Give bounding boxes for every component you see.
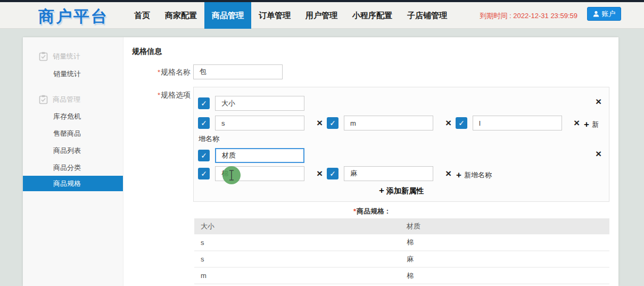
attr1-value2-input[interactable]	[344, 116, 433, 130]
nav-miniprogram-config[interactable]: 小程序配置	[345, 2, 400, 29]
attr1-name-input[interactable]	[215, 96, 304, 111]
spec-table-label: *商品规格 :	[123, 207, 618, 216]
spec-name-input[interactable]	[193, 64, 283, 79]
attr2-value2-input[interactable]	[344, 166, 433, 181]
attr1-value3-remove-icon[interactable]: ×	[574, 119, 580, 127]
account-button[interactable]: 账户	[587, 7, 621, 21]
attr2-value2-remove-icon[interactable]: ×	[445, 169, 451, 178]
attr1-add-value-button[interactable]: + 新	[584, 119, 599, 130]
table-row[interactable]: s 棉	[194, 234, 609, 251]
attr2-value1-checkbox[interactable]: ✓	[198, 168, 210, 179]
required-asterisk: *	[158, 68, 160, 76]
attr2-add-value-button[interactable]: + 新增名称	[456, 170, 492, 181]
attr1-value2-remove-icon[interactable]: ×	[445, 119, 451, 127]
account-button-label: 账户	[602, 9, 616, 19]
main-nav: 首页 商家配置 商品管理 订单管理 用户管理 小程序配置 子店铺管理	[127, 2, 455, 29]
check-icon: ✓	[329, 119, 336, 127]
attr2-name-checkbox[interactable]: ✓	[198, 150, 210, 161]
table-row[interactable]: m 棉	[194, 267, 609, 284]
attr1-remove-icon[interactable]: ×	[596, 97, 601, 106]
nav-home[interactable]: 首页	[127, 2, 158, 29]
required-asterisk: *	[158, 91, 160, 99]
spec-options-label-text: 规格选项	[161, 91, 191, 99]
main-content: 规格信息 *规格名称 *规格选项 ✓ × ✓ × ✓ × ✓ × + 新	[123, 37, 618, 286]
user-icon	[593, 11, 599, 17]
check-icon: ✓	[329, 169, 336, 178]
add-attribute-label: 添加新属性	[386, 186, 424, 195]
table-header-size: 大小	[194, 218, 402, 234]
attr2-name-input[interactable]	[215, 148, 304, 163]
sidebar-group-label: 销量统计	[53, 52, 80, 61]
expiry-time: 到期时间 : 2022-12-31 23:59:59	[480, 11, 577, 21]
attr1-add-value-label-part1: 新	[592, 120, 599, 129]
spec-options-label: *规格选项	[95, 91, 191, 100]
app-header: 商户平台 首页 商家配置 商品管理 订单管理 用户管理 小程序配置 子店铺管理 …	[0, 2, 644, 29]
check-icon: ✓	[201, 99, 207, 108]
clipboard-check-icon	[39, 95, 48, 104]
plus-icon: +	[456, 170, 461, 181]
plus-icon: +	[379, 185, 384, 195]
sidebar-item-product-list[interactable]: 商品列表	[23, 145, 123, 157]
attr1-value3-checkbox[interactable]: ✓	[456, 117, 467, 129]
nav-user-management[interactable]: 用户管理	[298, 2, 345, 29]
content-card: 销量统计 销量统计 商品管理 库存危机 售罄商品 商品列表 商品分类 商品规格 …	[23, 37, 618, 286]
table-cell-material: 棉	[402, 234, 609, 251]
table-header-row: 大小 材质	[194, 218, 609, 234]
sidebar-item-product-spec[interactable]: 商品规格	[23, 176, 123, 191]
sidebar-item-stock-crisis[interactable]: 库存危机	[23, 111, 123, 122]
table-cell-material: 棉	[402, 267, 609, 284]
sidebar-group-sales-stats: 销量统计	[23, 51, 123, 62]
nav-product-management[interactable]: 商品管理	[204, 2, 251, 29]
attr1-name-checkbox[interactable]: ✓	[198, 97, 210, 109]
plus-icon: +	[584, 119, 589, 130]
required-asterisk: *	[353, 207, 356, 215]
sidebar-group-label: 商品管理	[53, 95, 80, 104]
attr2-value2-checkbox[interactable]: ✓	[327, 168, 338, 179]
attr1-value1-checkbox[interactable]: ✓	[198, 117, 210, 129]
attr1-value1-remove-icon[interactable]: ×	[317, 119, 323, 127]
check-icon: ✓	[201, 119, 207, 127]
table-cell-size: s	[194, 234, 402, 251]
table-cell-material: 麻	[402, 251, 609, 267]
check-icon: ✓	[458, 119, 465, 127]
spec-name-label-text: 规格名称	[161, 68, 191, 76]
attr1-value1-input[interactable]	[215, 116, 304, 130]
spec-options-panel: ✓ × ✓ × ✓ × ✓ × + 新 增名称 ✓ × ✓ ×	[193, 87, 609, 202]
app-logo: 商户平台	[38, 6, 109, 28]
table-row[interactable]: s 麻	[194, 251, 609, 267]
attr2-value1-input[interactable]	[215, 166, 304, 181]
page-title: 规格信息	[132, 47, 162, 56]
check-icon: ✓	[201, 151, 207, 160]
clipboard-check-icon	[39, 52, 48, 61]
table-cell-size: s	[194, 251, 402, 267]
sidebar-item-sold-out[interactable]: 售罄商品	[23, 128, 123, 140]
check-icon: ✓	[201, 169, 207, 178]
attr1-value2-checkbox[interactable]: ✓	[327, 117, 338, 129]
add-attribute-button[interactable]: + 添加新属性	[194, 185, 609, 196]
nav-substore-management[interactable]: 子店铺管理	[400, 2, 455, 29]
spec-name-label: *规格名称	[95, 68, 191, 77]
attr2-remove-icon[interactable]: ×	[596, 150, 601, 158]
table-cell-size: m	[194, 267, 402, 284]
nav-order-management[interactable]: 订单管理	[251, 2, 298, 29]
attr1-value3-input[interactable]	[473, 116, 562, 130]
attr2-value1-remove-icon[interactable]: ×	[317, 169, 323, 178]
nav-merchant-config[interactable]: 商家配置	[158, 2, 204, 29]
attr2-add-value-label: 新增名称	[464, 170, 492, 180]
attr1-add-value-label-part2[interactable]: 增名称	[199, 134, 219, 144]
spec-table-label-text: 商品规格 :	[357, 207, 389, 215]
sidebar-item-product-category[interactable]: 商品分类	[23, 162, 123, 174]
table-header-material: 材质	[402, 218, 609, 234]
spec-combinations-table: 大小 材质 s 棉 s 麻 m 棉	[194, 218, 609, 284]
